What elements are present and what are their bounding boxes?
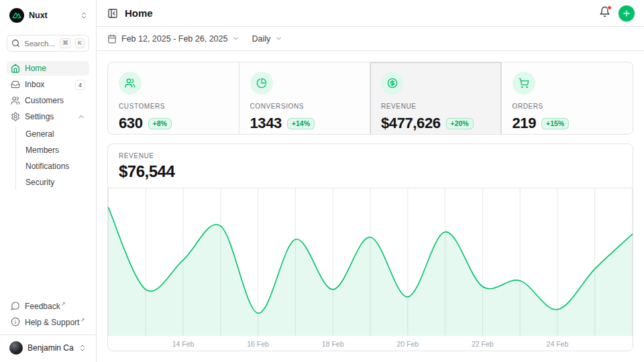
- delta-badge: +15%: [541, 118, 569, 129]
- external-link-icon: ↗: [61, 301, 66, 307]
- help-support-link[interactable]: Help & Support↗: [7, 314, 89, 329]
- notification-dot: [607, 5, 612, 10]
- sidebar-item-settings[interactable]: Settings: [7, 109, 89, 124]
- area-chart: [108, 188, 633, 336]
- chevron-up-down-icon: [80, 11, 88, 19]
- gear-icon: [11, 112, 20, 121]
- inbox-count-badge: 4: [75, 80, 85, 90]
- sidebar-item-inbox[interactable]: Inbox 4: [7, 77, 89, 92]
- kbd-cmd: ⌘: [60, 38, 71, 48]
- delta-badge: +20%: [446, 118, 474, 129]
- inbox-icon: [11, 80, 20, 89]
- sidebar-item-security[interactable]: Security: [23, 175, 89, 190]
- kbd-k: K: [75, 38, 85, 48]
- stat-value: $477,626: [381, 115, 441, 132]
- workspace-name: Nuxt: [29, 11, 75, 20]
- main-panel: Home Feb 12, 2025 - Feb 26, 2025: [97, 0, 644, 362]
- delta-badge: +14%: [287, 118, 315, 129]
- info-icon: [11, 317, 20, 326]
- filter-toolbar: Feb 12, 2025 - Feb 26, 2025 Daily: [97, 27, 644, 51]
- circle-dollar-icon: [381, 72, 404, 95]
- stat-card-conversions[interactable]: CONVERSIONS 1343 +14%: [239, 62, 371, 135]
- plus-icon: [622, 9, 631, 18]
- sidebar-item-general[interactable]: General: [23, 127, 89, 141]
- chevron-down-icon: [232, 35, 239, 42]
- cart-icon: [513, 72, 535, 95]
- stats-row: CUSTOMERS 630 +8% CONVERSIONS 1343 +14%: [107, 62, 633, 135]
- period-value: Daily: [252, 34, 270, 44]
- home-icon: [11, 64, 20, 73]
- page-title: Home: [125, 7, 153, 19]
- workspace-switcher[interactable]: Nuxt: [7, 5, 89, 25]
- revenue-chart-plot[interactable]: [108, 188, 633, 336]
- page-header: Home: [97, 0, 644, 27]
- chevron-up-down-icon: [78, 344, 87, 352]
- sidebar-item-home[interactable]: Home: [7, 61, 89, 76]
- users-icon: [119, 72, 142, 95]
- search-input[interactable]: Search... ⌘ K: [7, 35, 89, 52]
- period-select[interactable]: Daily: [252, 34, 282, 44]
- chart-label: REVENUE: [119, 152, 622, 160]
- stat-value: 630: [119, 115, 143, 132]
- external-link-icon: ↗: [80, 317, 85, 323]
- search-placeholder: Search...: [24, 40, 56, 48]
- x-tick-label: 18 Feb: [322, 340, 344, 348]
- notifications-button[interactable]: [599, 6, 610, 20]
- x-tick-label: 14 Feb: [172, 340, 195, 348]
- avatar: [9, 341, 23, 355]
- stat-value: 1343: [250, 115, 282, 132]
- user-name: Benjamin Canac: [28, 343, 74, 353]
- date-range-picker[interactable]: Feb 12, 2025 - Feb 26, 2025: [107, 34, 239, 44]
- pie-chart-icon: [250, 72, 273, 95]
- chevron-up-icon: [77, 113, 85, 121]
- app-window: Nuxt Search... ⌘ K Home: [0, 0, 644, 362]
- sidebar-footer: Feedback↗ Help & Support↗: [7, 298, 89, 329]
- stat-card-revenue[interactable]: REVENUE $477,626 +20%: [370, 62, 502, 135]
- divider: [0, 335, 96, 335]
- user-menu[interactable]: Benjamin Canac: [7, 339, 89, 357]
- x-tick-label: 22 Feb: [472, 340, 494, 348]
- feedback-link[interactable]: Feedback↗: [7, 298, 89, 313]
- dashboard-content: CUSTOMERS 630 +8% CONVERSIONS 1343 +14%: [97, 51, 644, 362]
- date-range-value: Feb 12, 2025 - Feb 26, 2025: [121, 34, 227, 44]
- chart-value: $76,544: [119, 162, 622, 181]
- feedback-icon: [11, 301, 20, 310]
- x-tick-label: 20 Feb: [396, 340, 419, 348]
- x-axis: 14 Feb16 Feb18 Feb20 Feb22 Feb24 Feb: [108, 337, 633, 351]
- sidebar-item-members[interactable]: Members: [23, 143, 89, 158]
- sidebar-nav: Home Inbox 4 Customers Settings: [7, 61, 89, 191]
- chart-header: REVENUE $76,544: [108, 144, 633, 188]
- revenue-chart-card: REVENUE $76,544 14 Feb16 Feb18 Feb20 Feb…: [107, 143, 633, 351]
- nuxt-logo-icon: [9, 8, 24, 23]
- search-icon: [11, 39, 20, 48]
- chevron-down-icon: [275, 35, 282, 42]
- calendar-icon: [107, 34, 117, 44]
- users-icon: [11, 96, 20, 105]
- add-button[interactable]: [619, 5, 635, 21]
- stat-value: 219: [513, 115, 537, 132]
- sidebar: Nuxt Search... ⌘ K Home: [0, 0, 97, 362]
- sidebar-item-customers[interactable]: Customers: [7, 93, 89, 108]
- x-tick-label: 24 Feb: [547, 340, 569, 348]
- settings-subnav: General Members Notifications Security: [15, 127, 89, 190]
- sidebar-item-notifications[interactable]: Notifications: [23, 159, 89, 174]
- x-tick-label: 16 Feb: [247, 340, 269, 348]
- delta-badge: +8%: [148, 118, 172, 129]
- stat-card-orders[interactable]: ORDERS 219 +15%: [502, 62, 633, 135]
- collapse-sidebar-button[interactable]: [107, 8, 118, 19]
- stat-card-customers[interactable]: CUSTOMERS 630 +8%: [108, 62, 239, 135]
